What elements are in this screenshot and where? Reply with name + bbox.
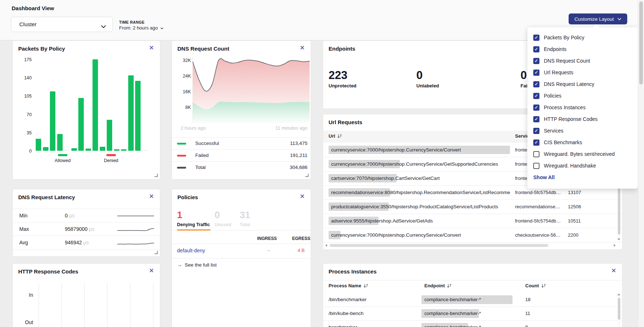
count-cell: 12506 bbox=[568, 200, 581, 214]
count-cell: 18 bbox=[525, 293, 530, 307]
layout-menu-item[interactable]: Wireguard. Bytes sent/received bbox=[527, 148, 638, 160]
service-cell: frontend-5fc5754db… bbox=[515, 214, 562, 228]
card-title: Policies bbox=[177, 194, 198, 200]
stat-unprotected: 223 Unprotected bbox=[329, 69, 357, 88]
customize-layout-menu: ✓Packets By Policy✓Endpoints✓DNS Request… bbox=[527, 27, 638, 189]
layout-menu-item[interactable]: ✓DNS Request Count bbox=[527, 55, 638, 67]
close-icon[interactable]: ✕ bbox=[149, 193, 154, 200]
gridline bbox=[62, 283, 62, 327]
resize-handle-icon[interactable] bbox=[154, 174, 158, 177]
layout-menu-item[interactable]: ✓CIS Benchmarks bbox=[527, 137, 638, 148]
area-chart bbox=[172, 41, 311, 128]
process-table-row[interactable]: benchmarkercompliance-benchmarker-*9 bbox=[323, 320, 622, 327]
page-scrollbar-thumb[interactable] bbox=[639, 1, 643, 84]
url-cell: currencyservice:7000/hipstershop.Currenc… bbox=[331, 143, 461, 157]
policy-name-link[interactable]: default-deny bbox=[177, 248, 205, 253]
checkbox-unchecked-icon[interactable] bbox=[533, 151, 539, 157]
checkbox-checked-icon[interactable]: ✓ bbox=[533, 70, 539, 76]
layout-menu-item[interactable]: ✓Services bbox=[527, 125, 638, 137]
http-response-codes-card: HTTP Response Codes ✕ In Out bbox=[12, 263, 160, 327]
policies-card: Policies ✕ 1 Denying Traffic 0 Unused 31… bbox=[172, 189, 311, 327]
scrollbar-thumb[interactable] bbox=[330, 244, 548, 247]
tab-total[interactable]: 31 Total bbox=[240, 210, 250, 227]
url-table-row[interactable]: productcatalogservice:3550/hipstershop.P… bbox=[323, 200, 622, 214]
service-cell: checkoutservice-56… bbox=[515, 228, 562, 242]
stat-unlabeled: 0 Unlabeled bbox=[416, 69, 439, 88]
bar-allowed bbox=[50, 91, 55, 151]
legend-swatch-denied bbox=[106, 154, 116, 156]
show-all-link[interactable]: Show All bbox=[533, 174, 632, 180]
menu-item-label: Wireguard. Handshake bbox=[544, 163, 596, 169]
scrollbar-thumb[interactable] bbox=[618, 187, 620, 235]
view-selector[interactable]: Cluster bbox=[11, 17, 113, 32]
tab-unused[interactable]: 0 Unused bbox=[215, 210, 231, 227]
process-table-row[interactable]: /bin/kube-benchcompliance-benchmarker-*1… bbox=[323, 307, 622, 321]
page-scrollbar[interactable] bbox=[638, 0, 644, 327]
dns-request-latency-card: DNS Request Latency ✕ Min 0 µs Max 95879… bbox=[12, 189, 160, 257]
column-header-ingress: INGRESS bbox=[257, 236, 277, 241]
layout-menu-item[interactable]: Wireguard. Handshake bbox=[527, 160, 638, 172]
scroll-up-icon[interactable] bbox=[617, 293, 620, 295]
menu-item-label: HTTP Response Codes bbox=[544, 116, 598, 122]
time-range-value[interactable]: From: 2 hours ago bbox=[119, 25, 164, 31]
url-cell: currencyservice:7000/hipstershop.Currenc… bbox=[331, 228, 461, 242]
url-cell: productcatalogservice:3550/hipstershop.P… bbox=[331, 200, 498, 214]
legend-swatch bbox=[177, 155, 186, 157]
layout-menu-item[interactable]: ✓HTTP Response Codes bbox=[527, 113, 638, 125]
scroll-right-icon[interactable] bbox=[614, 244, 616, 247]
y-axis-tick: 35 bbox=[13, 130, 32, 135]
resize-handle-icon[interactable] bbox=[154, 251, 158, 254]
checkbox-checked-icon[interactable]: ✓ bbox=[533, 105, 539, 111]
column-header-count[interactable]: Count bbox=[525, 283, 546, 288]
checkbox-unchecked-icon[interactable] bbox=[533, 163, 539, 169]
layout-menu-item[interactable]: ✓Endpoints bbox=[527, 43, 638, 55]
checkbox-checked-icon[interactable]: ✓ bbox=[533, 128, 539, 134]
checkbox-checked-icon[interactable]: ✓ bbox=[533, 58, 539, 64]
vertical-scrollbar[interactable] bbox=[617, 293, 621, 327]
legend-swatch bbox=[177, 167, 186, 169]
legend-swatch-allowed bbox=[58, 154, 67, 156]
checkbox-checked-icon[interactable]: ✓ bbox=[533, 46, 539, 52]
url-cell: recommendationservice:8080/hipstershop.R… bbox=[331, 185, 510, 200]
layout-menu-item[interactable]: ✓DNS Request Latency bbox=[527, 78, 638, 90]
resize-handle-icon[interactable] bbox=[305, 174, 309, 177]
bar-allowed bbox=[107, 120, 112, 151]
layout-menu-item[interactable]: ✓Packets By Policy bbox=[527, 32, 638, 43]
bar-allowed bbox=[128, 75, 134, 151]
close-icon[interactable]: ✕ bbox=[300, 193, 305, 200]
y-axis-tick: 140 bbox=[13, 75, 32, 80]
dns-request-count-card: DNS Request Count ✕ 8K16K24K32K 2 hours … bbox=[172, 40, 311, 180]
checkbox-checked-icon[interactable]: ✓ bbox=[533, 81, 539, 87]
scroll-down-icon[interactable] bbox=[617, 239, 620, 240]
x-axis-end-label: 11 minutes ago bbox=[275, 125, 307, 131]
tab-denying-traffic[interactable]: 1 Denying Traffic bbox=[177, 210, 210, 227]
layout-menu-item[interactable]: ✓Policies bbox=[527, 90, 638, 102]
close-icon[interactable]: ✕ bbox=[149, 44, 154, 52]
checkbox-checked-icon[interactable]: ✓ bbox=[533, 35, 539, 41]
column-header-url[interactable]: Url bbox=[329, 133, 342, 139]
see-full-list-link[interactable]: → See the full list bbox=[177, 262, 217, 268]
column-header-process-name[interactable]: Process Name bbox=[329, 283, 368, 288]
url-table-row[interactable]: currencyservice:7000/hipstershop.Currenc… bbox=[323, 228, 622, 243]
bar-denied bbox=[142, 150, 148, 151]
bar-allowed bbox=[43, 147, 48, 151]
process-table-row[interactable]: /bin/benchmarkercompliance-benchmarker-*… bbox=[323, 293, 622, 307]
gridline bbox=[39, 283, 39, 327]
checkbox-checked-icon[interactable]: ✓ bbox=[533, 139, 539, 146]
menu-item-label: Wireguard. Bytes sent/received bbox=[544, 151, 615, 157]
scrollbar-thumb[interactable] bbox=[618, 298, 620, 320]
customize-layout-button[interactable]: Customize Layout bbox=[569, 13, 627, 24]
close-icon[interactable]: ✕ bbox=[611, 267, 616, 275]
column-header-endpoint[interactable]: Endpoint bbox=[424, 283, 452, 288]
sort-icon bbox=[337, 134, 342, 138]
scroll-left-icon[interactable] bbox=[325, 244, 327, 247]
checkbox-checked-icon[interactable]: ✓ bbox=[533, 93, 539, 99]
url-table-row[interactable]: adservice:9555/hipstershop.AdService/Get… bbox=[323, 214, 622, 228]
row-label-in: In bbox=[19, 292, 33, 298]
layout-menu-item[interactable]: ✓Url Requests bbox=[527, 67, 638, 78]
layout-menu-item[interactable]: ✓Process Instances bbox=[527, 102, 638, 113]
horizontal-scrollbar[interactable] bbox=[323, 243, 622, 248]
process-name-cell: benchmarker bbox=[329, 320, 357, 327]
checkbox-checked-icon[interactable]: ✓ bbox=[533, 116, 539, 122]
policy-row[interactable]: default-deny – 4 B bbox=[172, 244, 311, 258]
